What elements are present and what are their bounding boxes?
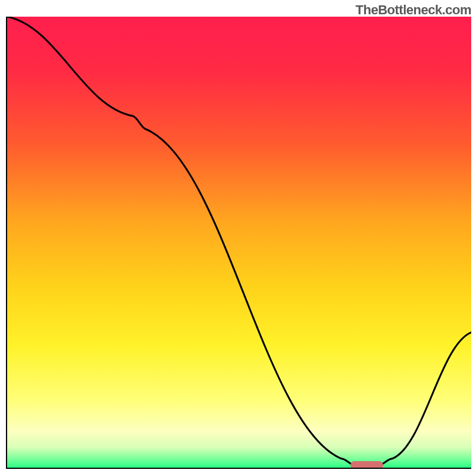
watermark-text: TheBottleneck.com [356,2,471,18]
plot-area [6,17,471,469]
gradient-background [7,17,471,468]
chart-svg [7,17,471,468]
chart-container: TheBottleneck.com [0,0,476,476]
target-marker [350,461,383,469]
